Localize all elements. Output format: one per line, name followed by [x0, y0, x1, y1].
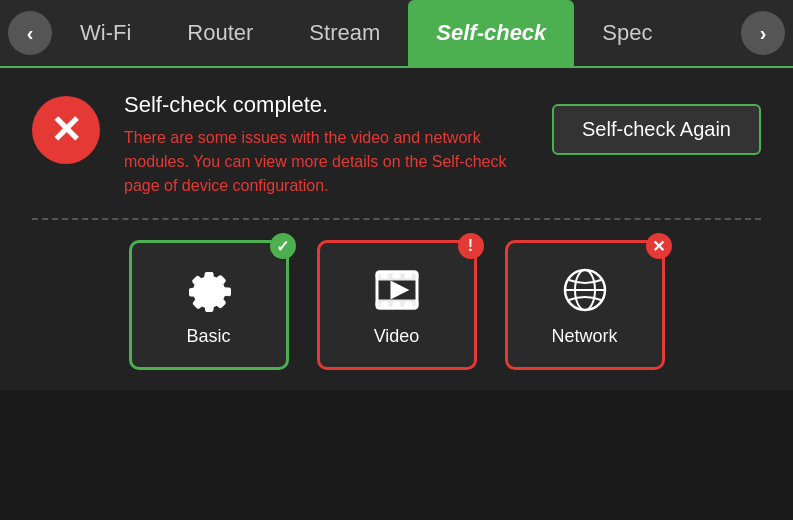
tab-wifi[interactable]: Wi-Fi: [52, 0, 159, 66]
module-card-network[interactable]: ✕ Network: [505, 240, 665, 370]
module-card-video[interactable]: ! Video: [317, 240, 477, 370]
tab-router[interactable]: Router: [159, 0, 281, 66]
main-content: ✕ Self-check complete. There are some is…: [0, 68, 793, 390]
basic-label: Basic: [186, 326, 230, 347]
selfcheck-again-button[interactable]: Self-check Again: [552, 104, 761, 155]
error-x-symbol: ✕: [50, 111, 82, 149]
network-status-badge: ✕: [646, 233, 672, 259]
divider: [32, 218, 761, 220]
result-area: ✕ Self-check complete. There are some is…: [32, 92, 761, 198]
basic-status-badge: ✓: [270, 233, 296, 259]
result-text: Self-check complete. There are some issu…: [124, 92, 528, 198]
error-icon: ✕: [32, 96, 100, 164]
network-label: Network: [551, 326, 617, 347]
svg-rect-4: [406, 274, 411, 277]
svg-rect-6: [382, 303, 387, 306]
tab-selfcheck[interactable]: Self-check: [408, 0, 574, 66]
gear-icon: [183, 264, 235, 316]
network-icon: [559, 264, 611, 316]
tab-stream[interactable]: Stream: [281, 0, 408, 66]
svg-rect-3: [394, 274, 399, 277]
svg-rect-2: [382, 274, 387, 277]
video-status-badge: !: [458, 233, 484, 259]
prev-button[interactable]: ‹: [8, 11, 52, 55]
video-label: Video: [374, 326, 420, 347]
result-title: Self-check complete.: [124, 92, 528, 118]
video-icon: [371, 264, 423, 316]
module-cards: ✓ Basic !: [32, 240, 761, 370]
svg-marker-9: [392, 283, 406, 297]
nav-tabs: Wi-Fi Router Stream Self-check Spec: [52, 0, 741, 66]
module-card-basic[interactable]: ✓ Basic: [129, 240, 289, 370]
nav-bar: ‹ Wi-Fi Router Stream Self-check Spec ›: [0, 0, 793, 68]
next-button[interactable]: ›: [741, 11, 785, 55]
result-description: There are some issues with the video and…: [124, 126, 528, 198]
svg-rect-7: [394, 303, 399, 306]
svg-rect-8: [406, 303, 411, 306]
tab-spec[interactable]: Spec: [574, 0, 680, 66]
